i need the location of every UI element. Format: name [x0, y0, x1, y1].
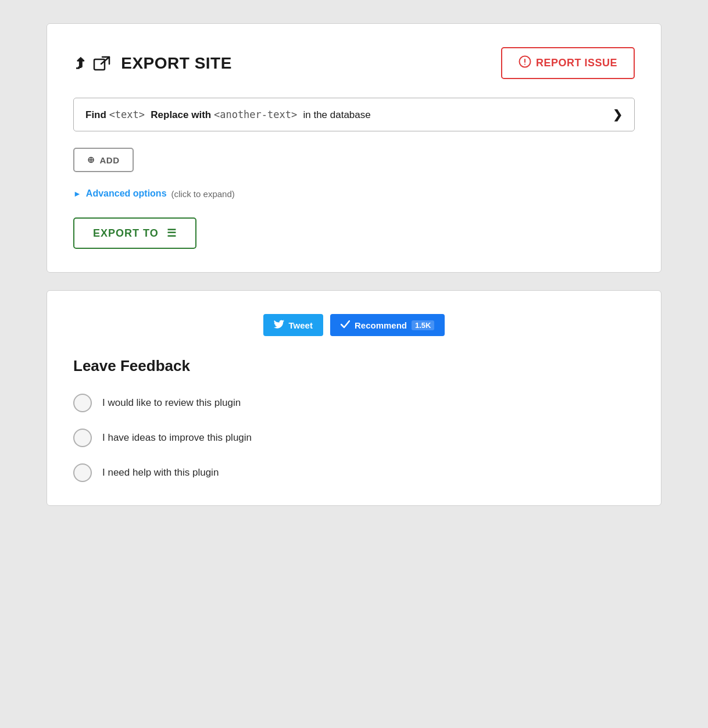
export-site-label: EXPORT SITE — [121, 54, 232, 73]
feedback-option-3[interactable]: I need help with this plugin — [73, 463, 635, 482]
find-placeholder: <text> — [109, 109, 151, 120]
export-site-card: ⮭ EXPORT SITE REPORT ISSUE Find — [47, 23, 661, 273]
tweet-label: Tweet — [289, 320, 313, 330]
add-label: ADD — [100, 155, 120, 165]
export-to-label: EXPORT TO — [93, 227, 159, 240]
svg-point-2 — [524, 64, 525, 65]
advanced-options[interactable]: ► Advanced options (click to expand) — [73, 188, 635, 199]
recommend-button[interactable]: Recommend 1.5K — [330, 314, 445, 336]
export-to-button[interactable]: EXPORT TO ☰ — [73, 217, 196, 249]
recommend-label: Recommend — [355, 320, 407, 330]
hamburger-icon: ☰ — [167, 227, 177, 240]
add-button[interactable]: ⊕ ADD — [73, 148, 134, 172]
find-replace-arrow: ❯ — [613, 108, 623, 122]
add-icon: ⊕ — [87, 155, 95, 165]
recommend-check-icon — [341, 320, 350, 330]
export-site-icon: ⮭ — [73, 54, 114, 72]
advanced-options-label: Advanced options — [86, 188, 167, 199]
social-buttons: Tweet Recommend 1.5K — [73, 314, 635, 336]
find-replace-bar: Find <text> Replace with <another-text> … — [73, 98, 635, 131]
radio-ideas[interactable] — [73, 429, 92, 447]
report-issue-label: REPORT ISSUE — [536, 57, 617, 69]
feedback-option-2[interactable]: I have ideas to improve this plugin — [73, 429, 635, 447]
feedback-option-2-label: I have ideas to improve this plugin — [102, 432, 252, 444]
radio-help[interactable] — [73, 463, 92, 482]
replace-placeholder: <another-text> — [214, 109, 303, 120]
feedback-card: Tweet Recommend 1.5K Leave Feedback I wo… — [47, 290, 661, 506]
find-keyword: Find — [85, 109, 106, 120]
svg-rect-0 — [94, 59, 105, 70]
advanced-options-arrow: ► — [73, 189, 81, 198]
advanced-options-hint: (click to expand) — [171, 189, 235, 199]
recommend-count: 1.5K — [412, 320, 434, 330]
feedback-title: Leave Feedback — [73, 357, 635, 375]
feedback-option-3-label: I need help with this plugin — [102, 467, 219, 479]
export-site-title: ⮭ EXPORT SITE — [73, 54, 232, 73]
tweet-button[interactable]: Tweet — [263, 314, 323, 336]
report-icon — [519, 55, 531, 71]
feedback-option-1[interactable]: I would like to review this plugin — [73, 394, 635, 412]
find-replace-suffix: in the database — [303, 109, 370, 120]
replace-keyword: Replace with — [151, 109, 211, 120]
find-replace-text: Find <text> Replace with <another-text> … — [85, 109, 371, 121]
twitter-icon — [274, 320, 284, 330]
export-site-header: ⮭ EXPORT SITE REPORT ISSUE — [73, 47, 635, 79]
feedback-options: I would like to review this plugin I hav… — [73, 394, 635, 482]
report-issue-button[interactable]: REPORT ISSUE — [501, 47, 635, 79]
radio-review[interactable] — [73, 394, 92, 412]
feedback-option-1-label: I would like to review this plugin — [102, 397, 241, 409]
